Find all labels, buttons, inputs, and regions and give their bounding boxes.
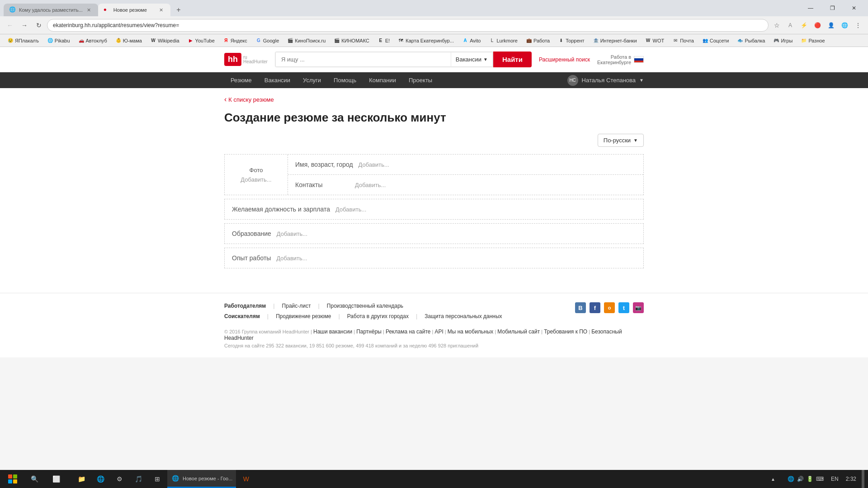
new-tab-button[interactable]: + — [172, 4, 185, 16]
footer-requirements-link[interactable]: Требования к ПО — [544, 328, 587, 335]
education-section[interactable]: Образование Добавить... — [224, 223, 644, 244]
bookmark-pochta[interactable]: ✉ Почта — [669, 37, 698, 45]
extension-icon-3[interactable]: 🔴 — [811, 19, 824, 32]
footer-promote-link[interactable]: Продвижение резюме — [276, 313, 331, 319]
bookmark-youtube[interactable]: ▶ YouTube — [184, 37, 218, 45]
extension-icon-5[interactable]: 🌐 — [838, 19, 851, 32]
ok-social-icon[interactable]: о — [604, 302, 615, 313]
browser-tab-2[interactable]: ● Новое резюме ✕ — [98, 4, 170, 16]
bookmark-e1[interactable]: E E! — [374, 37, 393, 45]
search-category-dropdown[interactable]: Вакансии ▼ — [451, 52, 493, 67]
bookmark-banks[interactable]: 🏦 Интернет-банки — [589, 37, 641, 45]
footer-mobile-link[interactable]: Мы на мобильных — [448, 328, 494, 335]
bookmark-socseti[interactable]: 👥 Соцсети — [698, 37, 733, 45]
bookmark-avito[interactable]: A Avito — [458, 37, 484, 45]
contacts-add[interactable]: Добавить... — [355, 182, 386, 188]
experience-add[interactable]: Добавить... — [276, 255, 307, 262]
footer-pricelist-link[interactable]: Прайс-лист — [282, 303, 311, 309]
minimize-button[interactable]: — — [800, 1, 821, 15]
bookmark-rabota[interactable]: 💼 Работа — [522, 37, 553, 45]
bookmark-lurkmore[interactable]: L Lurkmore — [485, 37, 521, 45]
extension-icon-2[interactable]: ⚡ — [797, 19, 810, 32]
flag-icon — [634, 56, 644, 63]
footer-api-link[interactable]: API — [434, 328, 443, 335]
address-bar[interactable]: ekaterinburg.hh.ru/applicant/resumes/vie… — [47, 19, 769, 32]
nav-link-services[interactable]: Услуги — [297, 72, 327, 88]
bookmark-label-rybalka: Рыбалка — [745, 38, 765, 43]
bookmark-yumama[interactable]: 👶 Ю-мама — [112, 37, 146, 45]
footer-partners-link[interactable]: Партнёры — [356, 328, 382, 335]
forward-button[interactable]: → — [18, 19, 31, 32]
site-header: hh ruHeadHunter Вакансии ▼ Найти Расшире… — [0, 47, 868, 72]
footer-ads-link[interactable]: Реклама на сайте — [386, 328, 431, 335]
bookmark-igry[interactable]: 🎮 Игры — [769, 37, 796, 45]
back-button[interactable]: ← — [4, 19, 16, 32]
education-add[interactable]: Добавить... — [277, 230, 307, 237]
lang-selector: По-русски ▼ — [224, 134, 644, 147]
footer-calendar-link[interactable]: Производственный календарь — [327, 303, 403, 309]
bookmark-wot[interactable]: W WOT — [642, 37, 668, 45]
footer-privacy-link[interactable]: Защита персональных данных — [425, 313, 502, 319]
search-category-label: Вакансии — [456, 56, 481, 63]
bookmark-karta[interactable]: 🗺 Карта Екатеринбур... — [394, 37, 458, 45]
bookmark-rybalka[interactable]: 🐟 Рыбалка — [733, 37, 769, 45]
extension-icon-1[interactable]: A — [784, 19, 797, 32]
footer-employers-label[interactable]: Работодателям — [224, 303, 266, 309]
bookmark-google[interactable]: G Google — [252, 37, 283, 45]
fb-social-icon[interactable]: f — [590, 302, 600, 313]
photo-label: Фото — [250, 167, 263, 174]
contacts-row[interactable]: Контакты Добавить... — [288, 175, 643, 195]
bookmark-label-wot: WOT — [653, 38, 665, 43]
bookmark-yaplakat[interactable]: 😢 ЯПлакалъ — [4, 37, 42, 45]
tab-close-1[interactable]: ✕ — [85, 6, 93, 14]
bookmark-kinomax[interactable]: 🎬 КИНОМАКС — [330, 37, 373, 45]
close-button[interactable]: ✕ — [844, 1, 864, 15]
nav-link-vacancies[interactable]: Вакансии — [258, 72, 297, 88]
site-logo[interactable]: hh ruHeadHunter — [224, 53, 268, 66]
ig-social-icon[interactable]: 📷 — [633, 302, 644, 313]
search-container: Вакансии ▼ Найти — [275, 52, 532, 67]
footer-stats: Сегодня на сайте 295 322 вакансии, 19 85… — [224, 343, 644, 348]
desired-position-section[interactable]: Желаемая должность и зарплата Добавить..… — [224, 199, 644, 220]
footer-vacancies-link[interactable]: Наши вакансии — [313, 328, 352, 335]
breadcrumb-link[interactable]: ‹ К списку резюме — [224, 95, 644, 103]
search-input[interactable] — [276, 52, 451, 66]
reload-button[interactable]: ↻ — [33, 19, 45, 32]
tab-close-2[interactable]: ✕ — [158, 6, 165, 14]
bookmark-kinopoisk[interactable]: 🎬 КиноПоиск.ru — [283, 37, 329, 45]
bookmark-pikabu[interactable]: 🌐 Pikabu — [43, 37, 74, 45]
extended-search-link[interactable]: Расширенный поиск — [539, 56, 590, 63]
bookmark-torrent[interactable]: ⬇ Торрент — [554, 37, 588, 45]
footer-mobilesite-link[interactable]: Мобильный сайт — [497, 328, 540, 335]
location-info[interactable]: Работа в Екатеринбурге — [597, 54, 631, 65]
footer-seekers-label[interactable]: Соискателям — [224, 313, 260, 319]
bookmark-wikipedia[interactable]: W Wikipedia — [146, 37, 183, 45]
experience-section[interactable]: Опыт работы Добавить... — [224, 248, 644, 268]
address-text: ekaterinburg.hh.ru/applicant/resumes/vie… — [53, 22, 763, 28]
tw-social-icon[interactable]: t — [618, 302, 629, 313]
copyright-text: © 2016 Группа компаний HeadHunter — [224, 329, 309, 334]
name-add[interactable]: Добавить... — [359, 161, 389, 168]
photo-block[interactable]: Фото Добавить... — [225, 155, 288, 195]
browser-tab-1[interactable]: 🌐 Кому удалось разместить... ✕ — [4, 4, 98, 16]
lang-dropdown[interactable]: По-русски ▼ — [598, 134, 644, 147]
vk-social-icon[interactable]: В — [575, 302, 586, 313]
bookmark-icon[interactable]: ☆ — [770, 19, 783, 32]
search-button[interactable]: Найти — [493, 52, 532, 67]
bookmark-label-rabota: Работа — [533, 38, 550, 43]
photo-add-link[interactable]: Добавить... — [241, 176, 271, 183]
nav-link-projects[interactable]: Проекты — [402, 72, 439, 88]
menu-icon[interactable]: ⋮ — [852, 19, 864, 32]
bookmark-avtoclub[interactable]: 🚗 Автоклуб — [75, 37, 111, 45]
footer-othercities-link[interactable]: Работа в других городах — [347, 313, 409, 319]
bookmark-yandex[interactable]: Я Яндекс — [219, 37, 251, 45]
name-row[interactable]: Имя, возраст, город Добавить... — [288, 155, 643, 175]
bookmark-raznoe[interactable]: 📁 Разное — [797, 37, 828, 45]
nav-link-companies[interactable]: Компании — [363, 72, 402, 88]
nav-link-resume[interactable]: Резюме — [224, 72, 258, 88]
extension-icon-4[interactable]: 👤 — [825, 19, 837, 32]
user-menu[interactable]: НС Наталья Степанова ▼ — [567, 75, 644, 86]
nav-link-help[interactable]: Помощь — [327, 72, 363, 88]
desired-add[interactable]: Добавить... — [335, 206, 366, 213]
maximize-button[interactable]: ❐ — [822, 1, 843, 15]
